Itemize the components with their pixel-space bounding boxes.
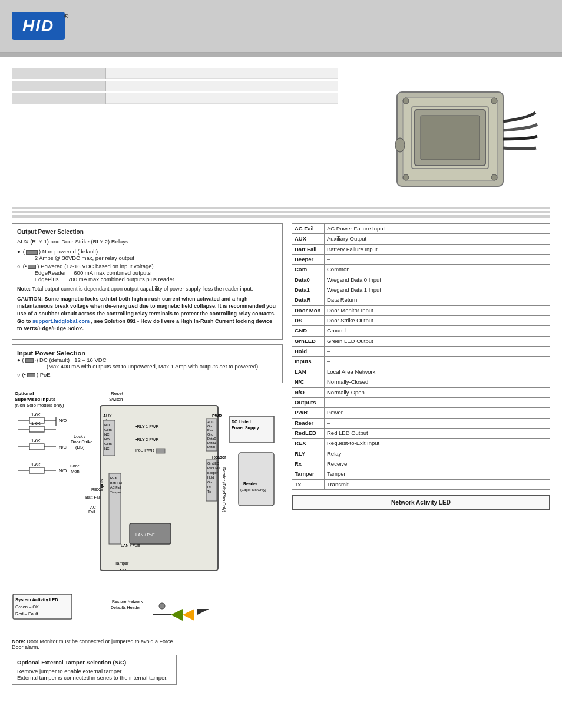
- restore-network-label: Restore Network: [112, 599, 143, 604]
- terminal-abbr: Hold: [292, 347, 325, 357]
- terminal-abbr: Outputs: [292, 397, 325, 407]
- table-row: Door MonDoor Monitor Input: [292, 305, 550, 315]
- dc-listed-1: DC Listed: [232, 420, 251, 424]
- input-option2: ○ (•) PoE: [17, 371, 277, 378]
- tamper-box: Optional External Tamper Selection (N/C)…: [12, 655, 177, 685]
- terminal-desc: Common: [325, 265, 550, 275]
- terminal-desc: –: [325, 357, 550, 367]
- option1-label: Non-powered (default): [42, 248, 98, 255]
- arrow-icon: [183, 609, 194, 621]
- table-row: AUXAuxiliary Output: [292, 234, 550, 244]
- pwr-gnd: Gnd: [207, 424, 213, 428]
- terminal-desc: Door Monitor Input: [325, 305, 550, 315]
- input-power-title: Input Power Selection: [17, 350, 277, 357]
- input-option2-label: PoE: [40, 371, 51, 378]
- table-row: GrnLEDGreen LED Output: [292, 336, 550, 346]
- table-row: RedLEDRed LED Output: [292, 428, 550, 438]
- input-bullet-1: ●: [17, 357, 21, 363]
- pwr-section-label: PWR: [212, 414, 222, 418]
- inp-ac: AC Fail: [110, 486, 121, 489]
- separator-bar-1: [12, 207, 550, 209]
- terminal-abbr: AC Fail: [292, 224, 325, 234]
- option1-text: () Non-powered (default) 2 Amps @ 30VDC …: [23, 248, 134, 261]
- hid-logo: HID: [12, 12, 65, 40]
- inp-batt: Batt Fail: [110, 481, 122, 485]
- bullet-sym-1: ●: [17, 248, 21, 255]
- output-option1: ● () Non-powered (default) 2 Amps @ 30VD…: [17, 248, 277, 261]
- product-svg: [362, 74, 538, 192]
- reader-label: Reader: [212, 455, 226, 459]
- door-mon-label2: Mon: [71, 469, 80, 474]
- input-bullet-2: ○: [17, 371, 21, 378]
- reset-label2: Switch: [109, 397, 123, 402]
- edgeplus-label: Reader (EdgePlus Only): [222, 467, 226, 512]
- option2-text: (•) Powered (12-16 VDC based on input vo…: [23, 263, 174, 282]
- terminal-desc: Request-to-Exit Input: [325, 439, 550, 449]
- output-power-title: Output Power Selection: [17, 229, 277, 235]
- table-row: N/CNormally-Closed: [292, 377, 550, 387]
- terminal-desc: –: [325, 418, 550, 428]
- terminal-abbr: GND: [292, 326, 325, 336]
- table-row: TamperTamper: [292, 469, 550, 479]
- svg-point-5: [491, 98, 497, 104]
- diagram-canvas: Optional Supervised Inputs (Non-Solo mod…: [12, 388, 283, 635]
- terminal-abbr: Tamper: [292, 469, 325, 479]
- tamper-text1: Remove jumper to enable external tamper.: [17, 668, 171, 674]
- caution-link[interactable]: support.hidglobal.com: [32, 318, 90, 324]
- terminal-abbr: Reader: [292, 418, 325, 428]
- wiring-diagram-svg: Optional Supervised Inputs (Non-Solo mod…: [12, 388, 283, 635]
- table-row: GNDGround: [292, 326, 550, 336]
- table-row: TxTransmit: [292, 479, 550, 489]
- svg-rect-3: [421, 116, 480, 160]
- pwr-data0: Data0: [207, 437, 216, 440]
- nc-label: N/C: [59, 444, 67, 450]
- svg-rect-18: [29, 444, 44, 450]
- product-image-area: [350, 68, 550, 198]
- sys-led-title-diag: System Activity LED: [15, 597, 58, 602]
- table-row: RLYRelay: [292, 449, 550, 459]
- lan-poe-text: LAN / PoE: [121, 543, 140, 548]
- pwr-dc: +DC: [207, 420, 214, 424]
- lan-poe-label: LAN / PoE: [135, 533, 155, 537]
- poe-pwr-label: PoE PWR: [135, 448, 154, 452]
- reader-hold: Hold: [207, 476, 214, 479]
- svg-rect-25: [156, 449, 165, 453]
- lock-label3: (DS): [75, 444, 85, 450]
- reader-beeper: Beeper: [207, 471, 218, 475]
- spec-label-2: [12, 81, 106, 91]
- option1-sub: 2 Amps @ 30VDC max, per relay output: [35, 255, 134, 261]
- terminal-desc: Auxiliary Output: [325, 234, 550, 244]
- inp-rex: REX: [110, 476, 117, 480]
- option2-label: Powered (12-16 VDC based on input voltag…: [41, 263, 154, 269]
- caution-label: CAUTION:: [17, 296, 43, 302]
- terminal-abbr: Com: [292, 265, 325, 275]
- tamper-dots: • • •: [120, 567, 127, 571]
- terminal-desc: Power: [325, 408, 550, 418]
- terminal-desc: Relay: [325, 449, 550, 459]
- terminal-desc: Tamper: [325, 469, 550, 479]
- table-row: LANLocal Area Network: [292, 367, 550, 377]
- network-activity-led-box: Network Activity LED: [292, 495, 550, 510]
- sys-led-red: Red – Fault: [15, 611, 39, 617]
- page-header: HID: [0, 0, 562, 53]
- opt-sup-label2: Supervised Inputs: [15, 397, 56, 402]
- terminal-abbr: DS: [292, 316, 325, 326]
- aux-com2: Com: [104, 442, 112, 446]
- arrow-icon2: [171, 609, 183, 621]
- terminal-abbr: Data1: [292, 285, 325, 295]
- spec-row-3: [12, 93, 338, 104]
- terminal-desc: Green LED Output: [325, 336, 550, 346]
- logo-text: HID: [22, 17, 54, 35]
- table-row: Data0Wiegand Data 0 Input: [292, 275, 550, 285]
- spec-value-2: [106, 81, 338, 91]
- svg-rect-15: [29, 426, 44, 432]
- resistor-label-4: 1-6K: [31, 462, 41, 467]
- ac-fail-label: AC: [90, 505, 96, 509]
- terminal-table: AC FailAC Power Failure InputAUXAuxiliar…: [292, 223, 550, 490]
- terminal-desc: –: [325, 397, 550, 407]
- svg-point-33: [159, 603, 165, 609]
- terminal-abbr: Batt Fail: [292, 244, 325, 254]
- input-option1-label: DC (default): [39, 357, 70, 363]
- table-row: Data1Wiegand Data 1 Input: [292, 285, 550, 295]
- edge-plus-value: 700 mA max combined outputs plus reader: [68, 276, 174, 282]
